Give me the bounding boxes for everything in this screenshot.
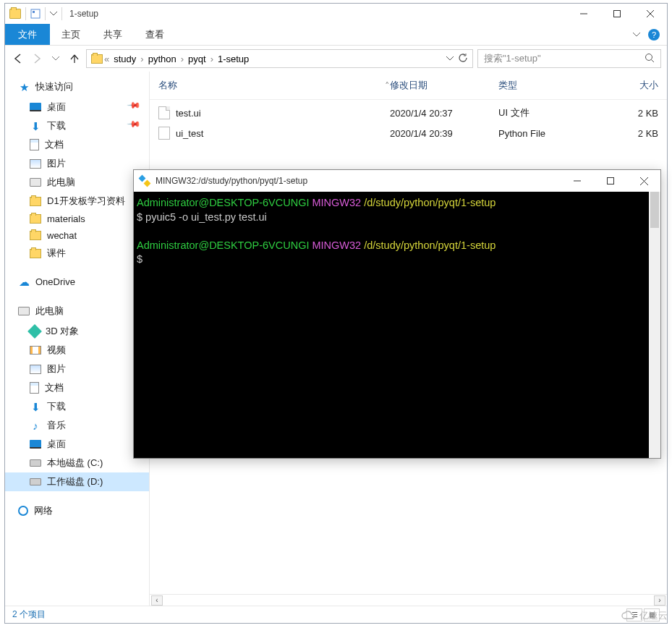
minimize-button[interactable] [567, 4, 600, 24]
ribbon-tabs: 文件 主页 共享 查看 ? [5, 24, 667, 46]
sidebar-item-videos[interactable]: 视频 [5, 341, 149, 360]
svg-rect-3 [614, 11, 621, 17]
sidebar-item-music[interactable]: ♪音乐 [5, 416, 149, 435]
terminal-line: $ pyuic5 -o ui_test.py test.ui [137, 211, 658, 225]
breadcrumb-item[interactable]: python [144, 54, 181, 64]
breadcrumb-item[interactable]: study [109, 54, 140, 64]
folder-icon [30, 214, 41, 224]
sidebar-item-folder[interactable]: D1开发板学习资料 [5, 192, 149, 211]
forward-button[interactable] [30, 51, 44, 66]
recent-dropdown[interactable] [48, 51, 63, 66]
address-dropdown-icon[interactable] [446, 54, 454, 64]
nav-buttons [11, 51, 82, 66]
pc-icon [18, 307, 30, 315]
sidebar-head-onedrive[interactable]: ☁OneDrive [5, 273, 149, 292]
status-text: 2 个项目 [12, 608, 46, 621]
sidebar-item-downloads[interactable]: ⬇下载 [5, 397, 149, 416]
ribbon-expand-icon[interactable] [632, 28, 641, 41]
sidebar-item-documents[interactable]: 文档 [5, 135, 149, 154]
terminal-scrollbar[interactable] [649, 192, 660, 458]
close-button[interactable] [634, 4, 667, 24]
sidebar-thispc-group: 此电脑 3D 对象 视频 图片 文档 ⬇下载 ♪音乐 桌面 本地磁盘 (C:) … [5, 302, 149, 491]
document-icon [30, 382, 39, 394]
file-type: UI 文件 [498, 106, 607, 119]
icons-view-button[interactable]: ▦ [644, 608, 660, 621]
sidebar-item-pictures[interactable]: 图片 [5, 154, 149, 173]
terminal-line: Administrator@DESKTOP-6VCUNGI MINGW32 /d… [137, 239, 658, 253]
column-name[interactable]: 名称˄ [158, 76, 390, 95]
file-type: Python File [498, 128, 607, 139]
terminal-body[interactable]: Administrator@DESKTOP-6VCUNGI MINGW32 /d… [134, 192, 660, 458]
sidebar-item-documents[interactable]: 文档 [5, 378, 149, 397]
breadcrumb-sep: « [104, 54, 109, 64]
maximize-button[interactable] [594, 170, 627, 192]
sidebar-item-desktop[interactable]: 桌面📌 [5, 98, 149, 116]
sidebar-item-pictures[interactable]: 图片 [5, 360, 149, 378]
terminal-line: $ [137, 253, 658, 267]
sidebar-item-drive-c[interactable]: 本地磁盘 (C:) [5, 454, 149, 472]
drive-icon [30, 478, 41, 485]
refresh-icon[interactable] [458, 53, 468, 65]
help-icon[interactable]: ? [648, 29, 660, 41]
details-view-button[interactable]: ☰ [626, 608, 642, 621]
scrollbar-thumb[interactable] [650, 192, 659, 228]
download-icon: ⬇ [30, 401, 41, 412]
sidebar-item-3dobjects[interactable]: 3D 对象 [5, 322, 149, 341]
up-button[interactable] [67, 51, 82, 66]
address-row: « study › python › pyqt › 1-setup 搜索"1-s… [5, 46, 667, 72]
search-input[interactable]: 搜索"1-setup" [477, 49, 661, 68]
titlebar: 1-setup [5, 4, 667, 24]
python-file-icon [158, 127, 170, 140]
file-icon [158, 106, 170, 119]
search-placeholder: 搜索"1-setup" [484, 52, 541, 65]
folder-icon [30, 249, 41, 258]
horizontal-scrollbar[interactable]: ‹ › [150, 594, 667, 606]
tab-share[interactable]: 共享 [92, 24, 134, 45]
close-button[interactable] [627, 170, 660, 192]
window-title: 1-setup [69, 9, 98, 19]
tab-view[interactable]: 查看 [134, 24, 176, 45]
breadcrumb-item[interactable]: 1-setup [213, 54, 253, 64]
sidebar-head-thispc[interactable]: 此电脑 [5, 302, 149, 322]
sidebar-item-downloads[interactable]: ⬇下载📌 [5, 116, 149, 135]
tab-file[interactable]: 文件 [5, 24, 50, 45]
search-icon[interactable] [645, 53, 655, 65]
sidebar-item-desktop[interactable]: 桌面 [5, 435, 149, 454]
file-size: 2 KB [607, 128, 658, 139]
window-controls [567, 4, 667, 24]
back-button[interactable] [11, 51, 25, 66]
app-folder-icon [9, 9, 21, 19]
scroll-left-icon[interactable]: ‹ [151, 595, 163, 606]
folder-icon [30, 231, 41, 240]
caret-down-icon[interactable] [50, 10, 57, 17]
tab-home[interactable]: 主页 [50, 24, 92, 45]
minimize-button[interactable] [561, 170, 594, 192]
sidebar-item-folder[interactable]: wechat [5, 227, 149, 244]
pin-icon: 📌 [127, 117, 145, 135]
properties-icon[interactable] [30, 9, 41, 19]
column-size[interactable]: 大小 [607, 76, 658, 95]
sidebar-item-thispc[interactable]: 此电脑 [5, 173, 149, 192]
terminal-title: MINGW32:/d/study/python/pyqt/1-setup [156, 176, 307, 186]
file-row[interactable]: ui_test 2020/1/4 20:39 Python File 2 KB [158, 123, 658, 143]
download-icon: ⬇ [30, 120, 41, 132]
sidebar-head-network[interactable]: 网络 [5, 501, 149, 522]
column-date[interactable]: 修改日期 [390, 76, 498, 95]
pc-icon [30, 178, 41, 187]
maximize-button[interactable] [600, 4, 634, 24]
sidebar-onedrive: ☁OneDrive [5, 273, 149, 292]
column-type[interactable]: 类型 [498, 76, 607, 95]
cloud-icon: ☁ [18, 276, 30, 287]
address-bar[interactable]: « study › python › pyqt › 1-setup [86, 49, 473, 68]
svg-rect-1 [33, 11, 35, 13]
breadcrumb-item[interactable]: pyqt [184, 54, 210, 64]
status-bar: 2 个项目 ☰ ▦ [5, 606, 667, 623]
sidebar-item-folder[interactable]: 课件 [5, 244, 149, 263]
sidebar-item-folder[interactable]: materials [5, 211, 149, 227]
sidebar-item-drive-d[interactable]: 工作磁盘 (D:) [5, 472, 149, 491]
file-name: test.ui [176, 108, 201, 119]
sidebar-quick-access: ★快速访问 桌面📌 ⬇下载📌 文档 图片 此电脑 D1开发板学习资料 mater… [5, 77, 149, 263]
scroll-right-icon[interactable]: › [654, 595, 665, 606]
sidebar-head-quick[interactable]: ★快速访问 [5, 77, 149, 98]
file-row[interactable]: test.ui 2020/1/4 20:37 UI 文件 2 KB [158, 103, 658, 123]
